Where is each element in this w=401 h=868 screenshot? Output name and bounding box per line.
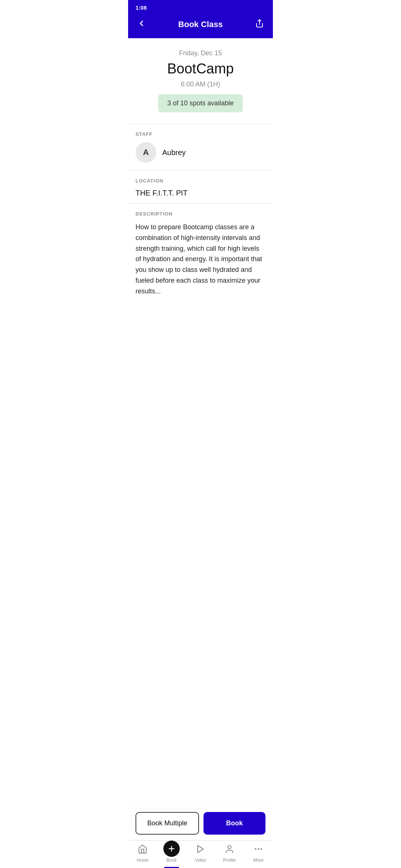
staff-row: A Aubrey [136, 142, 265, 163]
staff-name: Aubrey [162, 148, 186, 157]
spots-available-badge: 3 of 10 spots available [158, 94, 242, 112]
staff-section-label: STAFF [136, 131, 265, 137]
app-header: Book Class [128, 14, 273, 38]
class-date: Friday, Dec 15 [136, 49, 265, 57]
status-bar: 1:08 [128, 0, 273, 14]
description-text: How to prepare Bootcamp classes are a co… [136, 222, 265, 297]
class-name: BootCamp [136, 61, 265, 77]
staff-avatar: A [136, 142, 156, 163]
main-content: Friday, Dec 15 BootCamp 6:00 AM (1H) 3 o… [128, 38, 273, 112]
location-section-label: LOCATION [136, 178, 265, 184]
class-time: 6:00 AM (1H) [136, 80, 265, 88]
status-time: 1:08 [136, 4, 147, 11]
location-name: THE F.I.T.T. PIT [136, 189, 265, 197]
description-section-label: DESCRIPTION [136, 211, 265, 217]
share-button[interactable] [254, 17, 265, 32]
page-title: Book Class [178, 20, 223, 29]
staff-section: STAFF A Aubrey [136, 124, 265, 170]
back-button[interactable] [136, 17, 147, 32]
location-section: LOCATION THE F.I.T.T. PIT [136, 171, 265, 203]
description-section: DESCRIPTION How to prepare Bootcamp clas… [136, 204, 265, 300]
